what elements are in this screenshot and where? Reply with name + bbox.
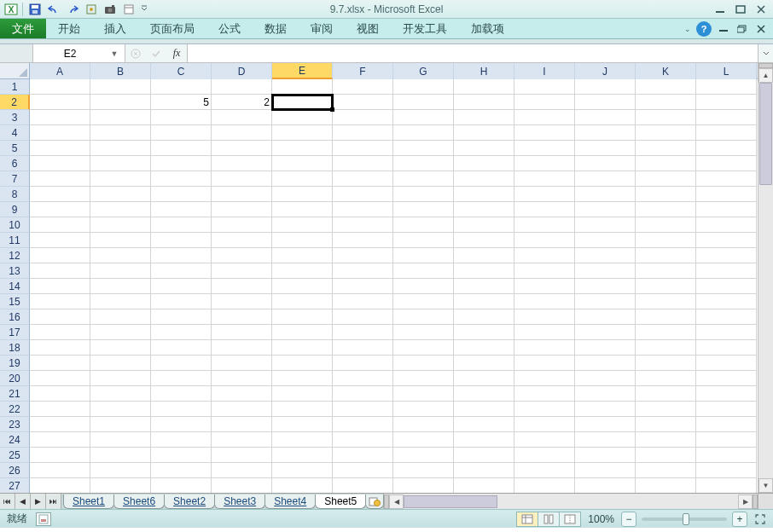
cell-K24[interactable] [636, 432, 696, 448]
cell-A2[interactable] [30, 95, 90, 110]
cell-A20[interactable] [30, 371, 90, 386]
view-page-break-icon[interactable] [559, 512, 581, 527]
cell-D16[interactable] [212, 309, 272, 325]
cell-F13[interactable] [333, 263, 393, 279]
cell-F24[interactable] [333, 432, 393, 448]
cell-H10[interactable] [454, 217, 514, 233]
sheet-nav-prev-icon[interactable]: ◀ [15, 494, 31, 509]
cell-A13[interactable] [30, 263, 90, 279]
cell-G21[interactable] [393, 386, 454, 402]
cell-F23[interactable] [333, 417, 393, 432]
cell-B2[interactable] [90, 95, 151, 110]
cell-A3[interactable] [30, 110, 90, 125]
cell-H17[interactable] [454, 325, 514, 340]
cell-E25[interactable] [272, 448, 333, 463]
cell-A15[interactable] [30, 294, 90, 309]
cell-C20[interactable] [151, 371, 212, 386]
cell-E4[interactable] [272, 125, 333, 141]
row-header-11[interactable]: 11 [0, 233, 30, 248]
cell-I23[interactable] [514, 417, 575, 432]
cell-C17[interactable] [151, 325, 212, 340]
sheet-tab-sheet2[interactable]: Sheet2 [164, 494, 215, 509]
cell-B23[interactable] [90, 417, 151, 432]
cell-A7[interactable] [30, 171, 90, 187]
row-header-9[interactable]: 9 [0, 202, 30, 217]
cell-I12[interactable] [514, 248, 575, 263]
cell-E27[interactable] [272, 478, 333, 493]
cell-E7[interactable] [272, 171, 333, 187]
sheet-tab-sheet3[interactable]: Sheet3 [214, 494, 265, 509]
cell-H25[interactable] [454, 448, 514, 463]
cell-I4[interactable] [514, 125, 575, 141]
cell-D6[interactable] [212, 156, 272, 171]
cell-H13[interactable] [454, 263, 514, 279]
close-button[interactable] [753, 3, 770, 16]
cell-C4[interactable] [151, 125, 212, 141]
cell-J13[interactable] [575, 263, 636, 279]
cell-H22[interactable] [454, 402, 514, 417]
cell-F10[interactable] [333, 217, 393, 233]
cell-L18[interactable] [696, 340, 757, 356]
cell-E5[interactable] [272, 141, 333, 156]
tab-addins[interactable]: 加载项 [459, 19, 516, 38]
cell-F15[interactable] [333, 294, 393, 309]
cell-F3[interactable] [333, 110, 393, 125]
cell-A21[interactable] [30, 386, 90, 402]
cell-F27[interactable] [333, 478, 393, 493]
cell-K27[interactable] [636, 478, 696, 493]
cell-B21[interactable] [90, 386, 151, 402]
cell-L5[interactable] [696, 141, 757, 156]
cell-H11[interactable] [454, 233, 514, 248]
cell-J2[interactable] [575, 95, 636, 110]
cell-D7[interactable] [212, 171, 272, 187]
cell-J18[interactable] [575, 340, 636, 356]
cell-F1[interactable] [333, 79, 393, 95]
cell-K19[interactable] [636, 356, 696, 371]
cell-C12[interactable] [151, 248, 212, 263]
cell-A16[interactable] [30, 309, 90, 325]
cell-K16[interactable] [636, 309, 696, 325]
cell-J19[interactable] [575, 356, 636, 371]
cell-D2[interactable]: 2 [212, 95, 272, 110]
row-header-7[interactable]: 7 [0, 171, 30, 187]
cell-B22[interactable] [90, 402, 151, 417]
cell-J14[interactable] [575, 279, 636, 294]
row-header-21[interactable]: 21 [0, 386, 30, 402]
cell-B6[interactable] [90, 156, 151, 171]
cell-D4[interactable] [212, 125, 272, 141]
cell-A23[interactable] [30, 417, 90, 432]
cell-B18[interactable] [90, 340, 151, 356]
sheet-nav-first-icon[interactable]: ⏮ [0, 494, 15, 509]
cell-K8[interactable] [636, 187, 696, 202]
cell-E2[interactable] [272, 95, 333, 110]
cell-J16[interactable] [575, 309, 636, 325]
cell-H1[interactable] [454, 79, 514, 95]
column-header-A[interactable]: A [30, 63, 90, 79]
cell-E11[interactable] [272, 233, 333, 248]
name-box-input[interactable] [33, 46, 107, 61]
cell-C26[interactable] [151, 463, 212, 478]
cell-J21[interactable] [575, 386, 636, 402]
enter-formula-icon[interactable] [146, 45, 166, 62]
cell-H21[interactable] [454, 386, 514, 402]
cell-B1[interactable] [90, 79, 151, 95]
cell-C11[interactable] [151, 233, 212, 248]
cell-F2[interactable] [333, 95, 393, 110]
cell-E1[interactable] [272, 79, 333, 95]
row-header-5[interactable]: 5 [0, 141, 30, 156]
fullscreen-icon[interactable] [753, 512, 768, 527]
cell-F20[interactable] [333, 371, 393, 386]
cell-K9[interactable] [636, 202, 696, 217]
sheet-nav-next-icon[interactable]: ▶ [31, 494, 46, 509]
cell-C14[interactable] [151, 279, 212, 294]
cell-B10[interactable] [90, 217, 151, 233]
cell-G26[interactable] [393, 463, 454, 478]
cell-D3[interactable] [212, 110, 272, 125]
cell-L1[interactable] [696, 79, 757, 95]
cell-F22[interactable] [333, 402, 393, 417]
cell-G9[interactable] [393, 202, 454, 217]
cell-F18[interactable] [333, 340, 393, 356]
cell-A14[interactable] [30, 279, 90, 294]
cell-K5[interactable] [636, 141, 696, 156]
cell-E14[interactable] [272, 279, 333, 294]
